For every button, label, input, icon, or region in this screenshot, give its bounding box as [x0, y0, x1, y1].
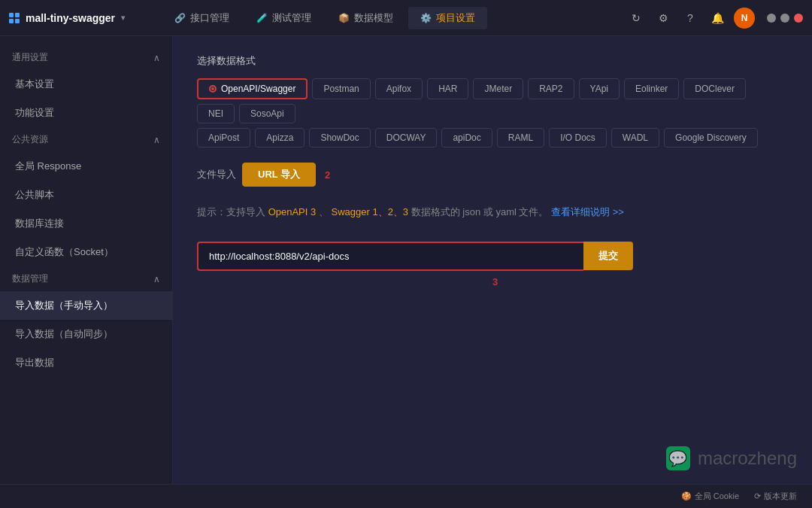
titlebar-actions: ↻ ⚙ ? 🔔 N: [626, 8, 803, 29]
sidebar-item-export-label: 导出数据: [15, 356, 54, 370]
avatar[interactable]: N: [734, 8, 755, 29]
sidebar-item-global-response[interactable]: 全局 Response: [0, 152, 172, 181]
tab-interface[interactable]: 🔗 接口管理: [162, 7, 241, 29]
tab-data-model[interactable]: 📦 数据模型: [326, 7, 405, 29]
footer-version-update-label: 版本更新: [764, 491, 797, 502]
format-btn-har-label: HAR: [438, 84, 457, 94]
sidebar-item-custom-func[interactable]: 自定义函数（Socket）: [0, 238, 172, 266]
format-row-1: OpenAPI/Swagger Postman Apifox HAR JMete…: [197, 78, 788, 123]
format-btn-apipost-label: ApiPost: [208, 132, 239, 143]
format-btn-yapi[interactable]: YApi: [579, 78, 620, 99]
hint-middle: 、: [319, 206, 329, 217]
hint-link[interactable]: 查看详细说明 >>: [551, 206, 624, 217]
file-import-label: 文件导入: [197, 168, 236, 181]
sidebar: 通用设置 ∧ 基本设置 功能设置 公共资源 ∧ 全局 Response 公共脚本…: [0, 36, 173, 484]
collapse-icon-2: ∧: [153, 135, 160, 145]
app-logo[interactable]: mall-tiny-swagger ▾: [9, 12, 144, 24]
format-btn-raml[interactable]: RAML: [497, 128, 544, 148]
format-btn-wadl[interactable]: WADL: [611, 128, 659, 148]
format-btn-showdoc[interactable]: ShowDoc: [309, 128, 370, 148]
sidebar-item-feature[interactable]: 功能设置: [0, 99, 172, 127]
footer-version-update[interactable]: ⟳ 版本更新: [754, 491, 797, 502]
sidebar-item-basic[interactable]: 基本设置: [0, 70, 172, 99]
badge-3: 3: [492, 276, 498, 287]
version-icon: ⟳: [754, 491, 761, 501]
gear-icon[interactable]: ⚙: [653, 8, 674, 29]
format-btn-openapi-label: OpenAPI/Swagger: [221, 84, 295, 94]
hint-openapi: OpenAPI 3: [268, 206, 317, 217]
sidebar-section-data-label: 数据管理: [12, 272, 48, 285]
format-btn-apipost[interactable]: ApiPost: [197, 128, 250, 148]
refresh-btn[interactable]: ↻: [626, 8, 647, 29]
close-btn[interactable]: [794, 14, 803, 23]
format-btn-postman[interactable]: Postman: [312, 78, 370, 99]
format-btn-raml-label: RAML: [508, 132, 533, 143]
format-btn-docway[interactable]: DOCWAY: [375, 128, 438, 148]
badge-2: 2: [325, 169, 330, 181]
test-icon: 🧪: [256, 13, 268, 23]
format-btn-eolinker-label: Eolinker: [635, 84, 668, 94]
format-btn-doclever-label: DOClever: [695, 84, 735, 94]
sidebar-item-custom-func-label: 自定义函数（Socket）: [15, 245, 114, 259]
collapse-icon: ∧: [153, 53, 160, 63]
format-btn-nei[interactable]: NEI: [197, 104, 235, 123]
sidebar-item-db-connect-label: 数据库连接: [15, 217, 64, 230]
sidebar-item-public-script-label: 公共脚本: [15, 188, 54, 202]
hint-text: 提示：支持导入 OpenAPI 3 、 Swagger 1、2、3 数据格式的 …: [197, 205, 788, 221]
nav-tabs: 🔗 接口管理 🧪 测试管理 📦 数据模型 ⚙️ 项目设置: [162, 7, 626, 29]
tab-test-label: 测试管理: [272, 11, 311, 25]
format-btn-io-docs-label: I/O Docs: [560, 132, 595, 143]
sidebar-section-resources-label: 公共资源: [12, 133, 48, 146]
format-btn-jmeter-label: JMeter: [484, 84, 512, 94]
format-btn-eolinker[interactable]: Eolinker: [624, 78, 679, 99]
format-btn-yapi-label: YApi: [590, 84, 608, 94]
format-btn-google-discovery-label: Google Discovery: [675, 132, 747, 143]
format-btn-postman-label: Postman: [323, 84, 359, 94]
watermark-brand: macrozheng: [698, 448, 797, 469]
chevron-down-icon: ▾: [121, 14, 125, 22]
format-btn-openapi[interactable]: OpenAPI/Swagger: [197, 78, 308, 99]
submit-btn[interactable]: 提交: [583, 242, 633, 270]
cookie-icon: 🍪: [681, 491, 692, 501]
url-import-btn[interactable]: URL 导入: [242, 163, 316, 187]
sidebar-item-import-sync[interactable]: 导入数据（自动同步）: [0, 320, 172, 348]
sidebar-section-general: 通用设置 ∧: [0, 45, 172, 70]
tab-test[interactable]: 🧪 测试管理: [244, 7, 323, 29]
radio-icon: [209, 85, 217, 93]
format-btn-rap2[interactable]: RAP2: [528, 78, 574, 99]
format-btn-apizza[interactable]: Apizza: [255, 128, 304, 148]
sidebar-item-db-connect[interactable]: 数据库连接: [0, 209, 172, 238]
footer-global-cookie-label: 全局 Cookie: [695, 491, 739, 502]
footer-global-cookie[interactable]: 🍪 全局 Cookie: [681, 491, 739, 502]
url-input[interactable]: [197, 242, 583, 271]
main-layout: 通用设置 ∧ 基本设置 功能设置 公共资源 ∧ 全局 Response 公共脚本…: [0, 36, 812, 484]
sidebar-item-import-manual[interactable]: 导入数据（手动导入）: [0, 291, 172, 320]
sidebar-item-public-script[interactable]: 公共脚本: [0, 181, 172, 209]
hint-swagger: Swagger 1、2、3: [331, 206, 408, 217]
format-btn-jmeter[interactable]: JMeter: [473, 78, 523, 99]
sidebar-section-resources: 公共资源 ∧: [0, 127, 172, 152]
format-btn-io-docs[interactable]: I/O Docs: [549, 128, 607, 148]
import-mode-row: 文件导入 URL 导入 2: [197, 163, 788, 187]
format-btn-nei-label: NEI: [208, 108, 223, 119]
tab-data-model-label: 数据模型: [354, 11, 393, 25]
format-btn-har[interactable]: HAR: [427, 78, 468, 99]
sidebar-section-data: 数据管理 ∧: [0, 266, 172, 291]
help-icon[interactable]: ?: [680, 8, 701, 29]
hint-prefix: 提示：支持导入: [197, 206, 265, 217]
format-btn-google-discovery[interactable]: Google Discovery: [664, 128, 758, 148]
section-title: 选择数据格式: [197, 54, 788, 68]
bell-icon[interactable]: 🔔: [707, 8, 728, 29]
url-import-label: URL 导入: [258, 169, 300, 180]
logo-icon: [9, 13, 20, 23]
url-input-row: 提交: [197, 242, 633, 271]
sidebar-item-export[interactable]: 导出数据: [0, 348, 172, 377]
format-btn-doclever[interactable]: DOClever: [683, 78, 746, 99]
format-btn-sosoapi[interactable]: SosoApi: [239, 104, 295, 123]
minimize-btn[interactable]: [767, 14, 776, 23]
footer: 🍪 全局 Cookie ⟳ 版本更新: [0, 484, 812, 508]
format-btn-apidoc[interactable]: apiDoc: [441, 128, 492, 148]
tab-project-settings[interactable]: ⚙️ 项目设置: [408, 7, 487, 29]
format-btn-apifox[interactable]: Apifox: [375, 78, 423, 99]
maximize-btn[interactable]: [780, 14, 789, 23]
